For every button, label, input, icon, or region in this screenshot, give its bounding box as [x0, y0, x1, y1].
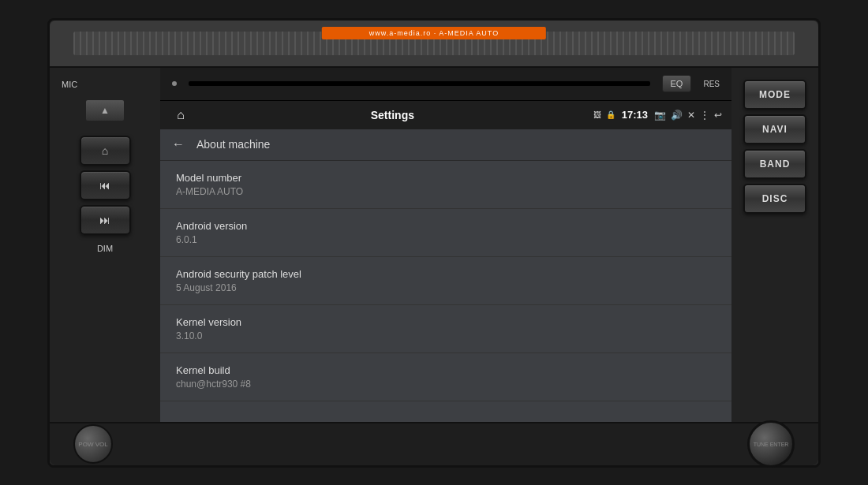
lock-icon: 🔒	[606, 110, 615, 119]
about-title: About machine	[196, 138, 270, 151]
eq-button[interactable]: EQ	[662, 75, 692, 92]
tune-label: TUNE ENTER	[754, 442, 789, 447]
dim-label: DIM	[97, 244, 113, 253]
vol-label: POW VOL	[78, 441, 107, 448]
mic-indicator	[172, 81, 177, 86]
eject-button[interactable]: ▲	[85, 99, 125, 121]
tune-knob[interactable]: TUNE ENTER	[747, 420, 795, 468]
home-button[interactable]: ⌂	[80, 136, 131, 166]
screen-top-bar: EQ RES	[160, 68, 731, 101]
camera-icon: 📷	[654, 110, 666, 121]
brand-sticker: www.a-media.ro · A-MEDIA AUTO	[322, 27, 546, 39]
status-icons: 🖼 🔒	[593, 110, 615, 119]
setting-label: Model number	[176, 172, 716, 184]
cd-slot	[189, 81, 650, 86]
setting-value: A-MEDIA AUTO	[176, 186, 716, 197]
car-unit: www.a-media.ro · A-MEDIA AUTO MIC ▲ ⌂ ⏮ …	[47, 18, 821, 468]
volume-knob[interactable]: POW VOL	[73, 424, 113, 464]
home-icon[interactable]: ⌂	[170, 104, 192, 126]
setting-label: Android security patch level	[176, 268, 716, 280]
volume-icon: 🔊	[671, 110, 683, 121]
setting-item: Model numberA-MEDIA AUTO	[160, 161, 731, 209]
back-button[interactable]: ←	[172, 137, 185, 151]
main-body: MIC ▲ ⌂ ⏮ ⏭ DIM EQ RES ⌂	[50, 68, 818, 422]
setting-value: 3.10.0	[176, 330, 716, 341]
about-header: ← About machine	[160, 129, 731, 161]
top-bar: www.a-media.ro · A-MEDIA AUTO	[50, 21, 818, 68]
mode-button[interactable]: MODE	[743, 80, 806, 110]
setting-value: 6.0.1	[176, 234, 716, 245]
left-panel: MIC ▲ ⌂ ⏮ ⏭ DIM	[50, 68, 160, 422]
setting-item: Kernel buildchun@hctr930 #8	[160, 353, 731, 401]
left-buttons: ⌂ ⏮ ⏭ DIM	[58, 136, 152, 253]
bottom-bar: POW VOL TUNE ENTER	[50, 422, 818, 465]
more-icon[interactable]: ⋮	[700, 110, 709, 121]
setting-label: Kernel version	[176, 316, 716, 328]
setting-value: 5 August 2016	[176, 282, 716, 293]
band-button[interactable]: BAND	[743, 149, 806, 179]
mic-label: MIC	[62, 80, 77, 89]
res-label: RES	[703, 80, 720, 88]
navi-button[interactable]: NAVI	[743, 114, 806, 144]
cross-icon: ✕	[687, 110, 695, 121]
right-panel: MODENAVIBANDDISC	[731, 68, 818, 422]
setting-label: Kernel build	[176, 364, 716, 376]
setting-value: chun@hctr930 #8	[176, 379, 716, 390]
android-screen: ⌂ Settings 🖼 🔒 17:13 📷 🔊 ✕ ⋮ ↩	[160, 101, 731, 422]
disc-button[interactable]: DISC	[743, 184, 806, 214]
next-button[interactable]: ⏭	[80, 205, 131, 235]
status-bar: ⌂ Settings 🖼 🔒 17:13 📷 🔊 ✕ ⋮ ↩	[160, 101, 731, 129]
screen-area: EQ RES ⌂ Settings 🖼 🔒 17:13 📷 🔊	[160, 68, 731, 422]
status-time: 17:13	[622, 109, 648, 121]
prev-button[interactable]: ⏮	[80, 170, 131, 200]
back-nav-icon[interactable]: ↩	[714, 110, 722, 121]
setting-item: Android version6.0.1	[160, 209, 731, 257]
settings-content: Model numberA-MEDIA AUTOAndroid version6…	[160, 161, 731, 422]
setting-item: Android security patch level5 August 201…	[160, 257, 731, 305]
setting-label: Android version	[176, 220, 716, 232]
image-icon: 🖼	[593, 110, 601, 119]
status-right-icons: 📷 🔊 ✕ ⋮ ↩	[654, 110, 722, 121]
setting-item: Kernel version3.10.0	[160, 305, 731, 353]
status-title: Settings	[198, 109, 587, 121]
